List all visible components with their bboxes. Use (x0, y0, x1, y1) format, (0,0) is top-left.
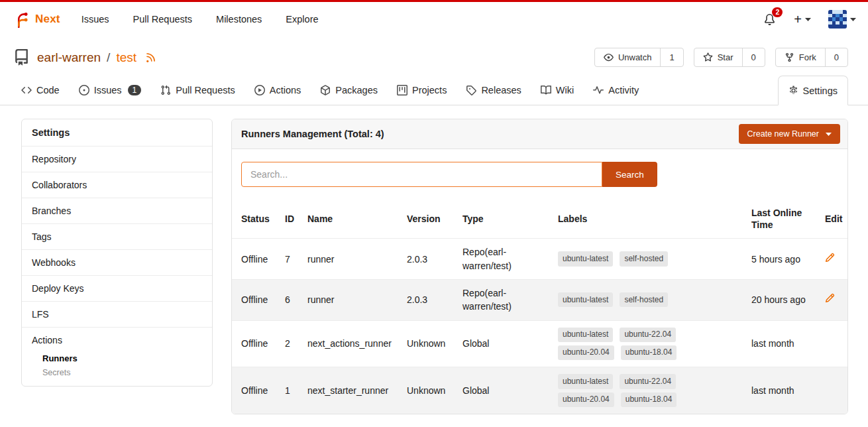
col-type: Type (456, 200, 551, 239)
nav-item-milestones[interactable]: Milestones (204, 9, 274, 30)
runner-status: Offline (232, 239, 278, 280)
unwatch-button[interactable]: Unwatch (595, 48, 661, 66)
repo-name-link[interactable]: test (116, 50, 136, 65)
repo-owner-link[interactable]: earl-warren (37, 50, 101, 65)
edit-runner-button[interactable] (825, 253, 835, 263)
edit-runner-button[interactable] (825, 293, 835, 303)
star-count[interactable]: 0 (742, 48, 765, 66)
tab-wiki[interactable]: Wiki (541, 76, 574, 105)
caret-down-icon (826, 133, 832, 136)
star-button[interactable]: Star (694, 48, 742, 66)
tab-projects[interactable]: Projects (397, 76, 447, 105)
runner-label: ubuntu-20.04 (558, 393, 614, 407)
sidebar-item-tags[interactable]: Tags (22, 223, 212, 249)
search-button[interactable]: Search (602, 162, 657, 187)
runner-label: ubuntu-20.04 (558, 345, 614, 360)
fork-icon (785, 52, 794, 62)
sidebar-item-lfs[interactable]: LFS (22, 301, 212, 327)
runner-labels: ubuntu-latest self-hosted (558, 292, 738, 307)
tab-code[interactable]: Code (21, 76, 60, 105)
nav-item-issues[interactable]: Issues (70, 9, 121, 30)
repo-icon (13, 49, 30, 66)
tab-label: Releases (481, 85, 521, 95)
runner-last-online: last month (745, 367, 818, 414)
brand-link[interactable]: Next (12, 11, 60, 28)
code-icon (21, 85, 32, 95)
unwatch-label: Unwatch (618, 52, 652, 62)
runner-label: ubuntu-18.04 (621, 393, 677, 407)
plus-icon: + (794, 13, 802, 26)
sidebar-item-branches[interactable]: Branches (22, 198, 212, 223)
tab-label: Actions (270, 85, 301, 95)
notifications-button[interactable]: 2 (763, 13, 777, 27)
fork-button[interactable]: Fork (776, 48, 825, 66)
sidebar-item-collaborators[interactable]: Collaborators (22, 172, 212, 198)
user-menu-button[interactable] (828, 10, 856, 29)
pull-request-icon (160, 85, 171, 95)
runner-row: Offline 6 runner 2.0.3 Repo(earl-warren/… (232, 279, 847, 320)
tab-releases[interactable]: Releases (466, 76, 521, 105)
runner-row: Offline 2 next_actions_runner Unknown Gl… (232, 320, 847, 367)
sidebar-item-secrets[interactable]: Secrets (22, 368, 212, 386)
runner-labels: ubuntu-latest ubuntu-22.04 ubuntu-20.04 … (558, 374, 738, 407)
tab-label: Activity (608, 85, 639, 95)
pulse-icon (593, 85, 604, 95)
tab-pull-requests[interactable]: Pull Requests (160, 76, 235, 105)
navbar-right: 2 + (763, 10, 856, 29)
sidebar-item-deploy-keys[interactable]: Deploy Keys (22, 275, 212, 301)
runner-version: 2.0.3 (400, 279, 456, 320)
fork-count[interactable]: 0 (825, 48, 847, 66)
eye-icon (604, 52, 614, 62)
nav-item-explore[interactable]: Explore (274, 9, 330, 30)
settings-content: Settings Repository Collaborators Branch… (0, 105, 868, 414)
tab-issues[interactable]: Issues 1 (79, 76, 142, 105)
create-runner-label: Create new Runner (747, 129, 819, 139)
runner-label: ubuntu-latest (558, 374, 613, 389)
runner-status: Offline (232, 367, 278, 414)
tab-settings[interactable]: Settings (778, 76, 848, 105)
package-icon (320, 85, 331, 95)
caret-down-icon (850, 18, 856, 21)
runners-table: Status ID Name Version Type Labels Last … (232, 200, 847, 414)
caret-down-icon (805, 18, 811, 21)
tab-actions[interactable]: Actions (254, 76, 301, 105)
runner-name: runner (301, 279, 400, 320)
runners-panel: Runners Management (Total: 4) Create new… (231, 119, 848, 414)
book-icon (541, 85, 551, 95)
sidebar-item-repository[interactable]: Repository (22, 146, 212, 172)
repo-separator: / (107, 50, 110, 65)
create-runner-button[interactable]: Create new Runner (739, 124, 840, 144)
search-input[interactable] (241, 162, 602, 187)
star-label: Star (718, 52, 733, 62)
sidebar-title: Settings (22, 119, 212, 146)
runner-id: 2 (278, 320, 301, 367)
sidebar-item-actions[interactable]: Actions (22, 327, 212, 353)
col-edit: Edit (818, 200, 847, 239)
repo-tabs: Code Issues 1 Pull Requests Actions Pack… (0, 76, 868, 105)
runner-id: 7 (278, 239, 301, 280)
runner-status: Offline (232, 279, 278, 320)
runner-id: 1 (278, 367, 301, 414)
nav-item-pull-requests[interactable]: Pull Requests (121, 9, 204, 30)
sidebar-item-runners[interactable]: Runners (22, 353, 212, 368)
create-menu-button[interactable]: + (794, 13, 811, 26)
col-name: Name (301, 200, 400, 239)
col-status: Status (232, 200, 278, 239)
runner-last-online: 20 hours ago (745, 279, 818, 320)
forgejo-logo (12, 11, 29, 28)
watch-count[interactable]: 1 (660, 48, 682, 66)
tab-label: Issues (94, 85, 122, 95)
nav-links: Issues Pull Requests Milestones Explore (70, 9, 331, 30)
runner-type: Repo(earl-warren/test) (456, 279, 551, 320)
tab-label: Code (36, 85, 60, 95)
col-id: ID (278, 200, 301, 239)
col-last-online: Last Online Time (745, 200, 818, 239)
brand-name: Next (35, 13, 60, 26)
runner-name: next_actions_runner (301, 320, 400, 367)
settings-sidebar: Settings Repository Collaborators Branch… (21, 119, 213, 387)
runner-label: ubuntu-latest (558, 251, 613, 266)
tab-packages[interactable]: Packages (320, 76, 378, 105)
rss-feed-button[interactable] (145, 52, 156, 63)
sidebar-item-webhooks[interactable]: Webhooks (22, 249, 212, 275)
tab-activity[interactable]: Activity (593, 76, 639, 105)
